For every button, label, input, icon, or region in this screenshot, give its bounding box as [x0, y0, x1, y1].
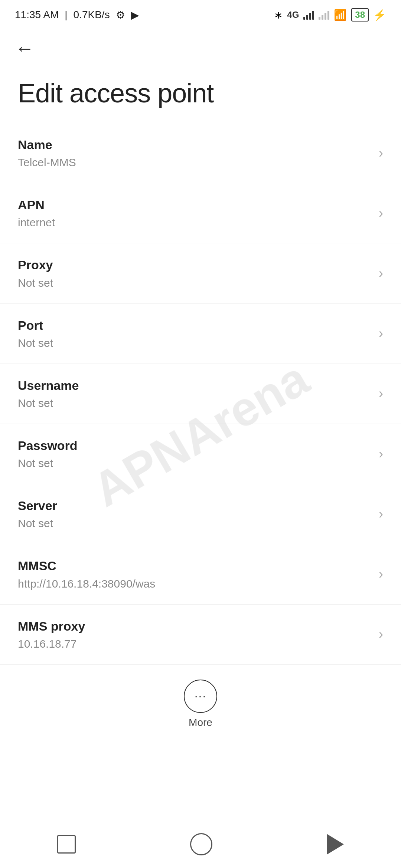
settings-value-proxy: Not set	[18, 276, 371, 290]
more-button[interactable]: ···	[184, 680, 217, 713]
settings-item-proxy-content: Proxy Not set	[18, 257, 371, 290]
top-navigation: ←	[0, 30, 401, 67]
signal-4g-icon: 4G	[287, 10, 299, 20]
bottom-navigation	[0, 820, 401, 868]
recent-apps-button[interactable]	[57, 835, 76, 854]
battery-icon: 38	[351, 8, 369, 22]
settings-item-password[interactable]: Password Not set ›	[0, 424, 401, 484]
settings-label-apn: APN	[18, 197, 371, 213]
bolt-icon: ⚡	[373, 9, 386, 21]
settings-icon: ⚙	[116, 9, 125, 21]
chevron-right-icon: ›	[379, 446, 383, 462]
settings-item-proxy[interactable]: Proxy Not set ›	[0, 243, 401, 303]
settings-item-apn[interactable]: APN internet ›	[0, 183, 401, 243]
settings-value-name: Telcel-MMS	[18, 155, 371, 170]
settings-item-server[interactable]: Server Not set ›	[0, 484, 401, 544]
settings-label-server: Server	[18, 497, 371, 514]
settings-list: Name Telcel-MMS › APN internet › Proxy N…	[0, 123, 401, 665]
settings-value-port: Not set	[18, 336, 371, 350]
settings-value-username: Not set	[18, 396, 371, 410]
settings-item-name[interactable]: Name Telcel-MMS ›	[0, 123, 401, 183]
settings-value-apn: internet	[18, 215, 371, 230]
settings-item-mmsc[interactable]: MMSC http://10.16.18.4:38090/was ›	[0, 544, 401, 604]
chevron-right-icon: ›	[379, 145, 383, 161]
settings-value-mms-proxy: 10.16.18.77	[18, 637, 371, 651]
settings-item-password-content: Password Not set	[18, 437, 371, 470]
settings-label-name: Name	[18, 137, 371, 153]
chevron-right-icon: ›	[379, 627, 383, 642]
status-bar: 11:35 AM | 0.7KB/s ⚙ ▶ ∗ 4G 📶 38 ⚡	[0, 0, 401, 30]
time-display: 11:35 AM	[15, 9, 59, 21]
back-nav-button[interactable]	[327, 834, 344, 855]
signal-bars-2	[319, 10, 329, 20]
signal-bars-1	[303, 10, 314, 20]
speed-display: 0.7KB/s	[74, 9, 110, 21]
settings-value-mmsc: http://10.16.18.4:38090/was	[18, 576, 371, 591]
bluetooth-icon: ∗	[274, 9, 283, 21]
more-section: ··· More	[0, 665, 401, 740]
settings-label-proxy: Proxy	[18, 257, 371, 273]
settings-label-port: Port	[18, 317, 371, 333]
chevron-right-icon: ›	[379, 266, 383, 281]
settings-value-password: Not set	[18, 456, 371, 470]
status-right: ∗ 4G 📶 38 ⚡	[274, 8, 386, 22]
settings-item-username-content: Username Not set	[18, 377, 371, 410]
settings-item-username[interactable]: Username Not set ›	[0, 364, 401, 424]
chevron-right-icon: ›	[379, 566, 383, 582]
settings-item-port[interactable]: Port Not set ›	[0, 304, 401, 364]
triangle-icon	[327, 834, 344, 855]
settings-item-name-content: Name Telcel-MMS	[18, 137, 371, 170]
more-dots-icon: ···	[195, 689, 207, 703]
separator: |	[65, 9, 67, 21]
settings-item-port-content: Port Not set	[18, 317, 371, 350]
settings-item-mms-proxy-content: MMS proxy 10.16.18.77	[18, 618, 371, 651]
settings-label-mms-proxy: MMS proxy	[18, 618, 371, 634]
settings-item-server-content: Server Not set	[18, 497, 371, 530]
chevron-right-icon: ›	[379, 326, 383, 341]
settings-item-apn-content: APN internet	[18, 197, 371, 230]
settings-item-mms-proxy[interactable]: MMS proxy 10.16.18.77 ›	[0, 605, 401, 665]
back-button[interactable]: ←	[15, 37, 34, 59]
settings-label-mmsc: MMSC	[18, 558, 371, 574]
chevron-right-icon: ›	[379, 386, 383, 401]
chevron-right-icon: ›	[379, 506, 383, 522]
settings-label-password: Password	[18, 437, 371, 454]
settings-item-mmsc-content: MMSC http://10.16.18.4:38090/was	[18, 558, 371, 591]
page-title: Edit access point	[0, 67, 401, 123]
square-icon	[57, 835, 76, 854]
circle-icon	[190, 833, 212, 855]
more-label: More	[189, 717, 212, 729]
settings-label-username: Username	[18, 377, 371, 394]
chevron-right-icon: ›	[379, 206, 383, 221]
wifi-icon: 📶	[334, 9, 347, 21]
home-button[interactable]	[190, 833, 212, 855]
status-left: 11:35 AM | 0.7KB/s ⚙ ▶	[15, 9, 139, 21]
video-icon: ▶	[131, 9, 139, 21]
settings-value-server: Not set	[18, 516, 371, 530]
